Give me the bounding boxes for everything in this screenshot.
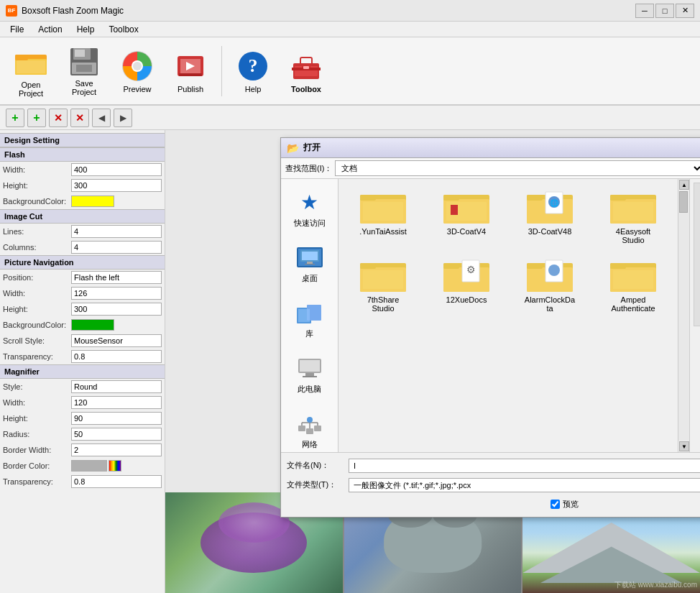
preview-checkbox-row: 预览 <box>287 496 700 512</box>
field-lines: Lines: <box>0 224 165 239</box>
preview-button[interactable]: Preview <box>112 42 162 100</box>
svg-point-42 <box>307 417 313 423</box>
mag-width-input[interactable] <box>71 396 162 409</box>
file-4easy[interactable]: 4Easysoft Studio <box>594 185 672 247</box>
path-bar-label: 查找范围(I)： <box>285 163 332 174</box>
scroll-style-input[interactable] <box>71 334 162 347</box>
field-radius: Radius: <box>0 426 165 442</box>
position-input[interactable] <box>71 271 162 284</box>
columns-input[interactable] <box>71 241 162 254</box>
help-button[interactable]: ? Help <box>228 42 278 100</box>
app-icon: BF <box>6 5 17 17</box>
preview-checkbox[interactable] <box>551 500 560 509</box>
menu-bar: File Action Help Toolbox <box>0 22 700 37</box>
filetype-row: 文件类型(T)： 一般图像文件 (*.tif;*.gif;*.jpg;*.pcx… <box>287 477 700 493</box>
field-height-label: Height: <box>3 181 71 190</box>
help-icon: ? <box>236 49 270 83</box>
file-alarm[interactable]: AlarmClockData <box>511 253 589 316</box>
save-project-button[interactable]: Save Project <box>59 42 109 100</box>
transparency-input[interactable] <box>71 350 162 363</box>
nav-computer[interactable]: 此电脑 <box>285 351 335 397</box>
filename-input[interactable]: I <box>349 459 700 473</box>
field-nav-width: Width: <box>0 285 165 301</box>
field-border-color-label: Border Color: <box>3 461 71 470</box>
dialog-preview-panel <box>689 179 700 452</box>
svg-rect-54 <box>527 195 543 201</box>
nav-height-input[interactable] <box>71 303 162 316</box>
toolbox-button[interactable]: Toolbox <box>281 42 331 100</box>
svg-rect-51 <box>451 205 458 215</box>
file-yuntai[interactable]: .YunTaiAssist <box>344 185 422 247</box>
add-button[interactable]: + <box>6 109 24 127</box>
computer-icon <box>295 354 324 382</box>
radius-input[interactable] <box>71 428 162 441</box>
right-button[interactable]: ▶ <box>114 109 132 127</box>
flash-width-input[interactable] <box>71 163 162 176</box>
add-green-button[interactable]: + <box>27 109 46 127</box>
mag-height-input[interactable] <box>71 412 162 425</box>
svg-rect-8 <box>76 65 92 72</box>
main-content: Design Setting Flash Width: Height: Back… <box>0 130 700 593</box>
svg-rect-78 <box>610 263 626 269</box>
field-columns: Columns: <box>0 239 165 255</box>
nav-desktop[interactable]: 桌面 <box>285 240 335 287</box>
maximize-button[interactable]: □ <box>655 4 674 18</box>
nav-network[interactable]: 网络 <box>285 406 335 453</box>
color-picker-icon[interactable] <box>109 460 121 472</box>
flash-height-input[interactable] <box>71 179 162 192</box>
minimize-button[interactable]: ─ <box>635 4 654 18</box>
save-project-label: Save Project <box>63 79 106 96</box>
menu-toolbox[interactable]: Toolbox <box>101 23 145 36</box>
menu-file[interactable]: File <box>3 23 31 36</box>
file-7thshare[interactable]: 7thShare Studio <box>344 253 422 316</box>
field-style: Style: <box>0 379 165 395</box>
title-bar-left: BF Boxsoft Flash Zoom Magic <box>6 5 124 17</box>
left-button[interactable]: ◀ <box>92 109 111 127</box>
desktop-screen-icon <box>297 247 323 267</box>
flash-bg-color-box[interactable] <box>71 196 114 207</box>
folder-amped-icon <box>610 256 656 293</box>
save-project-icon <box>67 46 101 78</box>
toolbar-separator <box>221 46 222 96</box>
filetype-select[interactable]: 一般图像文件 (*.tif;*.gif;*.jpg;*.pcx <box>349 478 700 492</box>
nav-bg-color-box[interactable] <box>71 319 114 331</box>
style-input[interactable] <box>71 380 162 393</box>
field-width-label: Width: <box>3 165 71 174</box>
scroll-track <box>678 190 689 441</box>
mag-transparency-input[interactable] <box>71 475 162 488</box>
file-amped[interactable]: Amped Authenticate <box>594 253 672 316</box>
section-design-setting: Design Setting <box>0 133 165 147</box>
nav-width-input[interactable] <box>71 287 162 300</box>
field-transparency: Transparency: <box>0 349 165 364</box>
scroll-down-button[interactable]: ▼ <box>679 441 689 451</box>
field-transparency-label: Transparency: <box>3 352 71 361</box>
menu-action[interactable]: Action <box>31 23 69 36</box>
section-picture-nav: Picture Navigation <box>0 255 165 270</box>
field-width: Width: <box>0 162 165 178</box>
svg-rect-73 <box>527 263 543 269</box>
watermark: 下载站 www.xiazaibu.com <box>614 580 697 590</box>
help-label: Help <box>245 85 262 93</box>
open-project-button[interactable]: Open Project <box>6 42 56 100</box>
nav-library[interactable]: 库 <box>285 295 335 342</box>
close-button[interactable]: ✕ <box>676 4 694 18</box>
svg-rect-6 <box>75 50 85 57</box>
menu-help[interactable]: Help <box>70 23 102 36</box>
path-select[interactable]: 文档 <box>335 160 700 176</box>
lines-input[interactable] <box>71 225 162 238</box>
dialog-nav: ★ 快速访问 <box>281 179 339 452</box>
delete-button[interactable]: ✕ <box>49 109 68 127</box>
publish-button[interactable]: Publish <box>165 42 216 100</box>
dialog-title-icon: 📂 <box>287 142 299 154</box>
file-12xue[interactable]: ⚙ 12XueDocs <box>428 253 505 316</box>
delete-red-button[interactable]: ✕ <box>70 109 89 127</box>
nav-quick-access[interactable]: ★ 快速访问 <box>285 185 335 231</box>
file-coat4[interactable]: 3D-CoatV4 <box>428 185 505 247</box>
dialog-title-label: 打开 <box>303 142 321 154</box>
scroll-up-button[interactable]: ▲ <box>679 180 689 190</box>
scroll-thumb[interactable] <box>679 191 688 213</box>
border-width-input[interactable] <box>71 443 162 456</box>
border-color-box[interactable] <box>71 460 107 472</box>
file-coat48[interactable]: 🌐 3D-CoatV48 <box>511 185 589 247</box>
dialog-bottom: 文件名(N)： I 打开(O) 文件类型(T)： 一般图像文件 (*.tif;*… <box>281 452 700 517</box>
